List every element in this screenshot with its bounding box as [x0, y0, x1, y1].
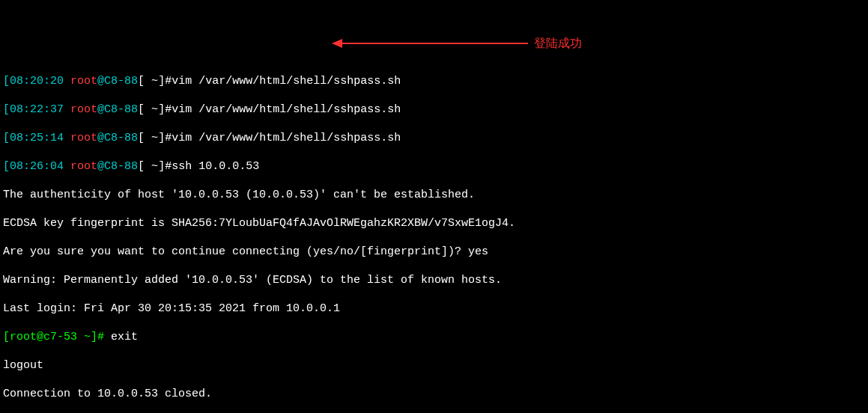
annotation-label: 登陆成功 [528, 36, 582, 50]
ssh-confirm: Are you sure you want to continue connec… [3, 245, 865, 259]
ssh-auth-line: The authenticity of host '10.0.0.53 (10.… [3, 188, 865, 202]
cmd-1: vim /var/www/html/shell/sshpass.sh [172, 75, 401, 88]
host-1: C8-88 [104, 75, 138, 88]
user-1: root [70, 75, 97, 88]
remote-cmd: exit [104, 331, 138, 343]
logout-line: logout [3, 358, 865, 373]
arrow-icon [333, 43, 528, 44]
prompt-line-3: [08:25:14 root@C8-88[ ~]#vim /var/www/ht… [3, 131, 865, 145]
prompt-line-1: [08:20:20 root@C8-88[ ~]#vim /var/www/ht… [3, 74, 865, 88]
success-annotation: 登陆成功 [333, 36, 582, 50]
prompt-line-4: [08:26:04 root@C8-88[ ~]#ssh 10.0.0.53 [3, 159, 865, 174]
ssh-last-login: Last login: Fri Apr 30 20:15:35 2021 fro… [3, 302, 865, 316]
ssh-fingerprint: ECDSA key fingerprint is SHA256:7YLoubUa… [3, 216, 865, 230]
time-bracket-open: [ [3, 75, 10, 88]
time-1: 08:20:20 [10, 75, 64, 88]
terminal[interactable]: [08:20:20 root@C8-88[ ~]#vim /var/www/ht… [3, 60, 865, 413]
ssh-cmd: ssh 10.0.0.53 [172, 160, 259, 173]
connection-closed: Connection to 10.0.0.53 closed. [3, 387, 865, 401]
ssh-warning: Warning: Permanently added '10.0.0.53' (… [3, 273, 865, 287]
prompt-line-2: [08:22:37 root@C8-88[ ~]#vim /var/www/ht… [3, 103, 865, 117]
remote-prompt: [root@c7-53 ~]# [3, 331, 104, 343]
remote-prompt-line: [root@c7-53 ~]# exit [3, 330, 865, 344]
